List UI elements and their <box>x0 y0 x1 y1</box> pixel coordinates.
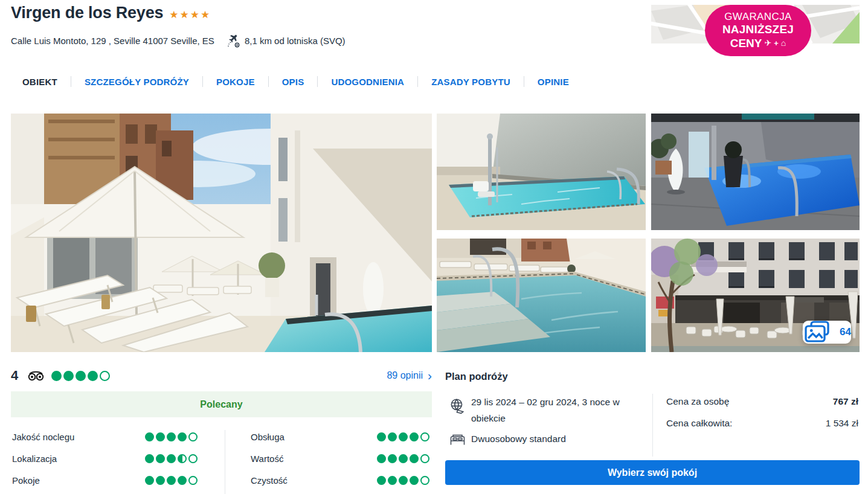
tab-separator <box>417 76 418 87</box>
rating-circles <box>145 432 198 441</box>
photo-count-badge[interactable]: 64 <box>803 321 851 344</box>
ratings-column-left: Jakość nocleguLokalizacjaPokoje <box>12 430 198 494</box>
tab-opinie[interactable]: OPINIE <box>538 77 569 87</box>
rating-circles <box>145 454 198 463</box>
price-per-person-row: Cena za osobę 767 zł <box>666 396 858 407</box>
tab-separator <box>202 76 203 87</box>
review-summary: 4 89 opinii › <box>11 366 432 385</box>
reviews-link-label: 89 opinii <box>387 370 423 381</box>
tab-separator <box>524 76 524 87</box>
tab-separator <box>71 76 71 87</box>
price-per-person-value: 767 zł <box>833 396 858 407</box>
rating-row: Pokoje <box>12 473 198 487</box>
hotel-detail-page: Virgen de los Reyes ★★★★ Calle Luis Mont… <box>0 0 868 494</box>
plane-icon: ✈ <box>765 38 772 48</box>
rating-label: Jakość noclegu <box>12 432 74 442</box>
rating-circle <box>399 454 408 463</box>
trip-plan-panel: Plan podróży 29 lis 2024 – 02 gru 2024, … <box>445 366 860 494</box>
rating-label: Obsługa <box>251 432 285 442</box>
tab-separator <box>317 76 318 87</box>
rating-circle <box>188 432 198 441</box>
header: Virgen de los Reyes ★★★★ <box>11 4 211 22</box>
rating-circle <box>145 454 154 463</box>
rating-label: Wartość <box>251 454 283 464</box>
lowest-price-guarantee-badge: GWARANCJA NAJNIŻSZEJ CENY ✈ + ⌂ <box>705 5 811 56</box>
rating-circle <box>76 371 86 381</box>
rating-circle <box>188 454 198 463</box>
rating-row: Obsługa <box>251 430 429 443</box>
rating-circle <box>145 432 154 441</box>
tab-obiekt[interactable]: OBIEKT <box>22 77 57 87</box>
rating-circle <box>178 454 187 463</box>
rating-row: Jakość noclegu <box>12 430 198 443</box>
tab-pokoje[interactable]: POKOJE <box>216 77 255 87</box>
rating-circle <box>420 432 429 441</box>
rating-circle <box>410 432 419 441</box>
photo-count: 64 <box>840 326 851 338</box>
rating-circle <box>377 454 386 463</box>
bed-icon <box>449 432 466 448</box>
rating-circle <box>100 371 110 381</box>
rating-circle <box>88 371 98 381</box>
rating-row: Lokalizacja <box>12 452 198 465</box>
rating-circle <box>410 476 419 485</box>
rating-row: Czystość <box>251 473 429 487</box>
tab-separator <box>268 76 269 87</box>
rating-circle <box>388 454 397 463</box>
choose-room-label: Wybierz swój pokój <box>608 467 697 478</box>
home-icon: ⌂ <box>781 38 786 48</box>
photo-hotel-exterior[interactable]: 64 <box>651 239 860 352</box>
photo-accessible-pool-lift[interactable] <box>437 114 646 230</box>
photo-pool-steps[interactable] <box>437 239 646 352</box>
reviews-link[interactable]: 89 opinii › <box>387 370 432 381</box>
photo-indoor-pool-night[interactable] <box>651 114 860 230</box>
airport-distance-group: 8,1 km od lotniska (SVQ) <box>227 34 346 48</box>
rating-circle <box>156 432 165 441</box>
plan-divider <box>652 394 653 457</box>
trip-plan-title: Plan podróży <box>445 371 508 382</box>
price-per-person-label: Cena za osobę <box>666 396 729 407</box>
rating-circle <box>420 454 429 463</box>
overall-rating-circles <box>51 371 110 381</box>
rating-circle <box>167 454 176 463</box>
rating-circle <box>188 476 198 485</box>
rating-circle <box>145 476 154 485</box>
rating-circle <box>156 454 165 463</box>
recommended-badge: Polecany <box>11 391 432 417</box>
ratings-grid: Jakość nocleguLokalizacjaPokoje ObsługaW… <box>11 429 432 494</box>
review-score: 4 <box>11 368 18 383</box>
tab-opis[interactable]: OPIS <box>282 77 304 87</box>
photos-icon <box>803 321 834 344</box>
rating-circle <box>388 432 397 441</box>
rating-label: Czystość <box>251 475 288 486</box>
rating-circle <box>399 432 408 441</box>
rating-circle <box>377 476 386 485</box>
airplane-distance-icon <box>227 34 240 48</box>
badge-line-1: GWARANCJA <box>724 11 792 23</box>
rating-circle <box>63 371 74 381</box>
photo-outdoor-pool-terrace[interactable] <box>11 114 432 352</box>
rating-circle <box>167 476 176 485</box>
rating-circle <box>399 476 408 485</box>
section-tabs: OBIEKTSZCZEGÓŁY PODRÓŻYPOKOJEOPISUDOGODN… <box>22 74 569 89</box>
rating-circle <box>410 454 419 463</box>
rating-label: Lokalizacja <box>12 454 57 464</box>
trip-dates-icon <box>449 397 466 417</box>
rating-circle <box>388 476 397 485</box>
rating-circle <box>377 432 386 441</box>
tab-zasady-pobytu[interactable]: ZASADY POBYTU <box>431 77 510 87</box>
rating-circle <box>178 476 187 485</box>
chevron-right-icon: › <box>428 371 432 380</box>
ratings-column-right: ObsługaWartośćCzystość <box>251 430 429 494</box>
tab-udogodnienia[interactable]: UDOGODNIENIA <box>331 77 404 87</box>
rating-circle <box>156 476 165 485</box>
room-type: Dwuosobowy standard <box>471 434 566 444</box>
tab-szczegóły-podróży[interactable]: SZCZEGÓŁY PODRÓŻY <box>85 77 189 87</box>
rating-label: Pokoje <box>12 475 40 486</box>
total-price-row: Cena całkowita: 1 534 zł <box>666 418 858 429</box>
choose-room-button[interactable]: Wybierz swój pokój <box>445 460 860 485</box>
rating-circle <box>167 432 176 441</box>
rating-circles <box>377 454 429 463</box>
badge-line-2: NAJNIŻSZEJ <box>722 23 794 36</box>
airport-distance: 8,1 km od lotniska (SVQ) <box>245 36 346 46</box>
